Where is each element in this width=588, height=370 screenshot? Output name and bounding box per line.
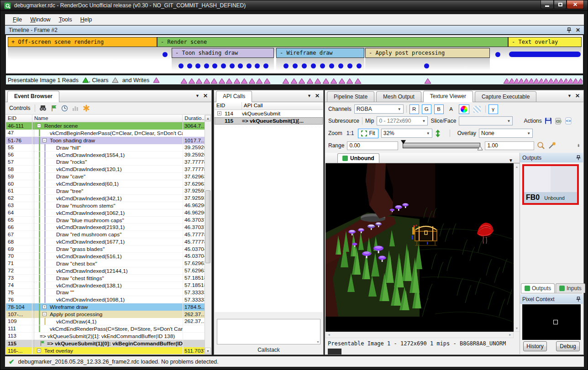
channel-red-button[interactable]: R: [410, 104, 419, 114]
tab-texture-viewer[interactable]: Texture Viewer: [423, 91, 473, 102]
tree-expander-icon[interactable]: +: [217, 111, 221, 115]
menu-window[interactable]: Window: [26, 15, 54, 24]
draw-event-dot[interactable]: [230, 63, 235, 68]
channel-blue-button[interactable]: B: [434, 104, 444, 114]
find-icon[interactable]: [39, 105, 47, 111]
range-slider[interactable]: [401, 141, 482, 150]
event-row-113[interactable]: 113=> vkQueueSubmit(2)[1]: vkEndCommandB…: [6, 333, 206, 340]
timeline-marker[interactable]: - Apply post processing: [365, 48, 490, 58]
write-markers-group[interactable]: [425, 78, 432, 84]
channel-alpha-button[interactable]: A: [446, 104, 456, 114]
draw-event-dot[interactable]: [338, 63, 343, 68]
event-row-72[interactable]: 72vkCmdDrawIndexed(12144,1)57.62963: [6, 267, 206, 275]
scroll-right-icon[interactable]: ►: [509, 333, 512, 336]
event-row-70[interactable]: 70vkCmdDrawIndexed(516,1)45.03704: [6, 253, 206, 260]
draw-event-dot[interactable]: [347, 63, 352, 68]
dock-menu-icon[interactable]: ▼: [195, 94, 200, 98]
debug-button[interactable]: Debug: [556, 341, 580, 351]
event-row-61[interactable]: 61Draw "tree"37.92593: [6, 188, 206, 195]
timeline-marker[interactable]: - Toon shading draw: [172, 48, 274, 58]
tab-pipeline-state[interactable]: Pipeline State: [327, 91, 374, 102]
scroll-thumb[interactable]: [205, 190, 210, 263]
event-row-58[interactable]: 58vkCmdDrawIndexed(120,1)37.77778: [6, 166, 206, 173]
tree-expander-icon[interactable]: −: [37, 124, 41, 128]
event-row-67[interactable]: 67Draw "red mushroom caps"45.77778: [6, 231, 206, 238]
event-row-65[interactable]: 65Draw "blue mushroom caps"46.37037: [6, 217, 206, 224]
scroll-up-icon[interactable]: ▲: [514, 164, 520, 168]
event-row-75[interactable]: 75Draw ""57.33333: [6, 289, 206, 296]
texture-list-caret-icon[interactable]: ▼: [509, 158, 513, 163]
draw-event-dot[interactable]: [284, 63, 289, 68]
timeline-close-icon[interactable]: ✕: [576, 27, 580, 33]
tab-outputs[interactable]: Outputs: [521, 283, 555, 293]
statistics-icon[interactable]: [72, 105, 79, 111]
event-row-51-76[interactable]: 51-76−Toon shading draw1017.7...: [6, 137, 206, 144]
event-row-69[interactable]: 69Draw "grass blades"45.03704: [6, 245, 206, 253]
event-row-55[interactable]: 55Draw "hill"39.25926: [6, 144, 206, 151]
pixel-context-view[interactable]: [522, 304, 581, 340]
pin-icon[interactable]: [576, 297, 581, 302]
flip-y-icon[interactable]: [435, 130, 441, 137]
write-markers-group[interactable]: [504, 78, 583, 84]
autofit-wand-icon[interactable]: [548, 141, 556, 150]
maximize-button[interactable]: [554, 0, 567, 9]
draw-event-dot[interactable]: [357, 63, 362, 68]
tree-expander-icon[interactable]: −: [42, 312, 47, 316]
write-markers-group[interactable]: [283, 78, 362, 84]
draw-events-condensed-pill[interactable]: [509, 52, 581, 57]
toolbar-overflow-icon[interactable]: ⇟: [577, 143, 580, 148]
event-row-56[interactable]: 56vkCmdDrawIndexed(1554,1)39.25926: [6, 151, 206, 159]
event-row-57[interactable]: 57Draw "rocks"37.77778: [6, 158, 206, 166]
range-min-input[interactable]: 0.00: [347, 141, 398, 150]
col-eid[interactable]: EID: [6, 115, 32, 122]
draw-event-dot[interactable]: [187, 63, 192, 68]
scroll-down-icon[interactable]: ▼: [205, 348, 211, 354]
scroll-left-icon[interactable]: ◄: [327, 333, 331, 336]
tree-expander-icon[interactable]: +: [42, 305, 47, 309]
event-row-47[interactable]: 47vkCmdBeginRenderPass(C=Clear, D=Clear,…: [6, 130, 206, 137]
slice-face-dropdown[interactable]: ▼: [459, 116, 513, 125]
timeline-panel[interactable]: + Off-screen scene rendering- Render sce…: [5, 34, 584, 74]
menu-help[interactable]: Help: [76, 15, 96, 24]
col-duration[interactable]: Duratio...: [183, 115, 206, 122]
gamma-button[interactable]: γ: [488, 104, 498, 114]
dock-menu-icon[interactable]: ▼: [567, 94, 572, 98]
save-icon[interactable]: [545, 117, 552, 125]
tab-unbound-texture[interactable]: Unbound: [337, 153, 379, 163]
write-markers-group[interactable]: [181, 78, 271, 84]
api-call-row-114[interactable]: 114+vkQueueSubmit: [215, 110, 323, 117]
range-black-handle[interactable]: [401, 140, 406, 145]
event-row-62[interactable]: 62vkCmdDrawIndexed(342,1)37.92593: [6, 195, 206, 202]
timeline-marker[interactable]: + Off-screen scene rendering: [8, 37, 157, 47]
timeline-marker[interactable]: - Wireframe draw: [276, 48, 364, 58]
tab-inputs[interactable]: Inputs: [556, 283, 585, 293]
draw-event-dot[interactable]: [302, 63, 307, 68]
texture-horizontal-scrollbar[interactable]: ◄ ►: [326, 332, 514, 338]
scroll-down-icon[interactable]: ▼: [514, 327, 520, 330]
event-row-66[interactable]: 66vkCmdDrawIndexed(2193,1)46.37037: [6, 224, 206, 231]
texture-vertical-scrollbar[interactable]: ▲ ▼: [514, 163, 520, 332]
event-row-78-104[interactable]: 78-104+Wireframe draw1784.5...: [6, 303, 206, 311]
event-row-116-...[interactable]: 116-...+Text overlay511.7037: [6, 347, 206, 354]
tab-event-browser[interactable]: Event Browser: [7, 91, 59, 102]
channel-green-button[interactable]: G: [422, 104, 431, 114]
zoom-fit-button[interactable]: Fit: [358, 129, 378, 138]
draw-event-dot[interactable]: [311, 63, 316, 68]
event-row-76[interactable]: 76vkCmdDrawIndexed(1098,1)57.33333: [6, 296, 206, 303]
draw-event-dot[interactable]: [329, 63, 334, 68]
scroll-up-icon[interactable]: ▲: [205, 115, 211, 121]
pin-icon[interactable]: [567, 27, 572, 33]
zoom-dropdown[interactable]: 32%▼: [381, 129, 432, 138]
event-browser-close-icon[interactable]: ✕: [203, 93, 208, 99]
draw-event-dot[interactable]: [424, 63, 429, 68]
callstack-box[interactable]: ▼: [217, 319, 320, 344]
event-row-71[interactable]: 71Draw "chest box"57.62963: [6, 260, 206, 267]
output-thumbnail-fb0[interactable]: FB0 Unbound: [522, 164, 579, 205]
view-code-icon[interactable]: <>: [565, 117, 572, 125]
draw-event-dot[interactable]: [293, 63, 298, 68]
texture-preview[interactable]: [326, 163, 514, 332]
tree-expander-icon[interactable]: −: [42, 138, 47, 142]
col-api-call[interactable]: API Call: [242, 102, 323, 109]
draw-event-dot[interactable]: [320, 63, 325, 68]
api-calls-close-icon[interactable]: ✕: [315, 93, 320, 99]
